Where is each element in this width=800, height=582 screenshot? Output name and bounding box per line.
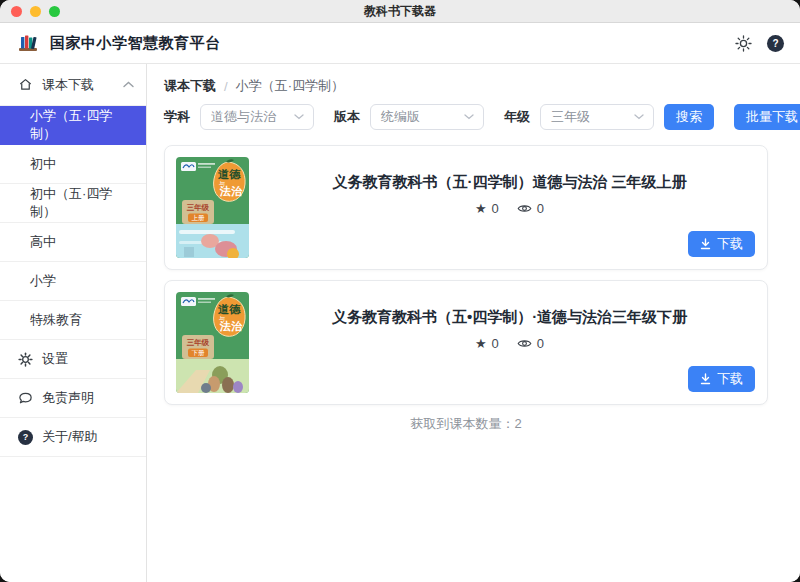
speech-bubble-icon <box>18 391 33 406</box>
subject-select-value: 道德与法治 <box>211 108 276 126</box>
macos-titlebar: 教科书下载器 <box>0 0 800 23</box>
svg-text:法治: 法治 <box>219 185 243 197</box>
sidebar-item-label: 课本下载 <box>42 76 94 94</box>
subject-filter-label: 学科 <box>164 108 190 126</box>
sidebar-item-about-help[interactable]: ? 关于/帮助 <box>0 418 146 457</box>
book-title: 义务教育教科书（五•四学制）·道德与法治三年级下册 <box>332 308 687 327</box>
chevron-down-icon <box>294 114 304 120</box>
breadcrumb-current: 小学（五·四学制） <box>236 77 344 95</box>
sidebar-item-label: 初中 <box>30 155 56 173</box>
platform-title: 国家中小学智慧教育平台 <box>50 34 221 53</box>
zoom-window-button[interactable] <box>49 6 60 17</box>
download-button[interactable]: 下载 <box>688 366 755 392</box>
view-count: 0 <box>517 201 544 216</box>
batch-download-button[interactable]: 批量下载 <box>734 104 800 130</box>
edition-select[interactable]: 统编版 <box>370 104 484 130</box>
view-count-value: 0 <box>537 201 544 216</box>
book-card: 道德 与 法治 三年级 上册 <box>164 145 768 270</box>
view-count: 0 <box>517 336 544 351</box>
grade-filter-label: 年级 <box>504 108 530 126</box>
download-icon <box>700 238 711 250</box>
download-button-label: 下载 <box>717 235 743 253</box>
star-count-value: 0 <box>492 201 499 216</box>
book-cover: 道德 与 法治 三年级 上册 <box>176 157 249 258</box>
book-stats: ★ 0 0 <box>475 336 544 351</box>
sidebar-item-label: 特殊教育 <box>30 311 82 329</box>
minimize-window-button[interactable] <box>30 6 41 17</box>
help-question-icon[interactable]: ? <box>767 35 784 52</box>
window-title: 教科书下载器 <box>0 3 800 20</box>
view-count-value: 0 <box>537 336 544 351</box>
svg-text:道德: 道德 <box>217 303 241 315</box>
sidebar-item-primary[interactable]: 小学 <box>0 262 146 301</box>
result-count-text: 获取到课本数量：2 <box>164 415 768 433</box>
edition-select-value: 统编版 <box>381 108 420 126</box>
gear-icon <box>18 352 33 367</box>
book-stats: ★ 0 0 <box>475 201 544 216</box>
sidebar-item-label: 小学（五·四学制） <box>30 107 134 143</box>
breadcrumb-separator: / <box>224 79 228 94</box>
sidebar-item-settings[interactable]: 设置 <box>0 340 146 379</box>
book-card: 道德 与 法治 三年级 下册 <box>164 280 768 405</box>
star-count: ★ 0 <box>475 201 499 216</box>
book-cover: 道德 与 法治 三年级 下册 <box>176 292 249 393</box>
svg-text:法治: 法治 <box>219 320 243 332</box>
sidebar-item-disclaimer[interactable]: 免责声明 <box>0 379 146 418</box>
filter-bar: 学科 道德与法治 版本 统编版 <box>164 104 768 130</box>
sidebar-item-label: 小学 <box>30 272 56 290</box>
breadcrumb: 课本下载 / 小学（五·四学制） <box>164 77 768 95</box>
grade-select[interactable]: 三年级 <box>540 104 654 130</box>
book-list: 道德 与 法治 三年级 上册 <box>164 145 768 405</box>
sidebar-item-special-education[interactable]: 特殊教育 <box>0 301 146 340</box>
close-window-button[interactable] <box>11 6 22 17</box>
chevron-down-icon <box>464 114 474 120</box>
question-circle-icon: ? <box>18 430 33 445</box>
svg-text:三年级: 三年级 <box>187 203 210 212</box>
star-count: ★ 0 <box>475 336 499 351</box>
sidebar-item-junior-54[interactable]: 初中（五·四学制） <box>0 184 146 223</box>
download-icon <box>700 373 711 385</box>
eye-icon <box>517 338 532 349</box>
sidebar-item-junior[interactable]: 初中 <box>0 145 146 184</box>
sidebar: 课本下载 小学（五·四学制） 初中 初中（五·四学制） 高中 小学 <box>0 64 147 582</box>
chevron-up-icon <box>123 81 134 88</box>
eye-icon <box>517 203 532 214</box>
sidebar-item-senior[interactable]: 高中 <box>0 223 146 262</box>
svg-text:下册: 下册 <box>192 349 206 357</box>
grade-select-value: 三年级 <box>551 108 590 126</box>
sidebar-item-label: 初中（五·四学制） <box>30 185 134 221</box>
sidebar-item-label: 关于/帮助 <box>42 428 98 446</box>
sidebar-item-primary-54[interactable]: 小学（五·四学制） <box>0 106 146 145</box>
traffic-lights <box>0 6 60 17</box>
sidebar-item-textbook-download[interactable]: 课本下载 <box>0 64 146 106</box>
sidebar-item-label: 免责声明 <box>42 389 94 407</box>
book-title: 义务教育教科书（五·四学制）道德与法治 三年级上册 <box>332 173 686 192</box>
app-header: 国家中小学智慧教育平台 ? <box>0 23 800 64</box>
star-count-value: 0 <box>492 336 499 351</box>
chevron-down-icon <box>634 114 644 120</box>
star-icon: ★ <box>475 201 487 216</box>
theme-toggle-sun-icon[interactable] <box>735 35 752 52</box>
app-logo-books-icon <box>16 31 40 55</box>
app-window: 教科书下载器 国家中小学智慧教育平台 <box>0 0 800 582</box>
download-button-label: 下载 <box>717 370 743 388</box>
main-content: 课本下载 / 小学（五·四学制） 学科 道德与法治 版本 <box>147 64 800 582</box>
home-icon <box>18 77 33 92</box>
breadcrumb-root[interactable]: 课本下载 <box>164 77 216 95</box>
sidebar-item-label: 高中 <box>30 233 56 251</box>
svg-text:三年级: 三年级 <box>187 338 210 347</box>
download-button[interactable]: 下载 <box>688 231 755 257</box>
svg-text:道德: 道德 <box>217 168 241 180</box>
sidebar-item-label: 设置 <box>42 350 68 368</box>
star-icon: ★ <box>475 336 487 351</box>
subject-select[interactable]: 道德与法治 <box>200 104 314 130</box>
svg-text:上册: 上册 <box>192 214 206 222</box>
edition-filter-label: 版本 <box>334 108 360 126</box>
search-button[interactable]: 搜索 <box>664 104 714 130</box>
